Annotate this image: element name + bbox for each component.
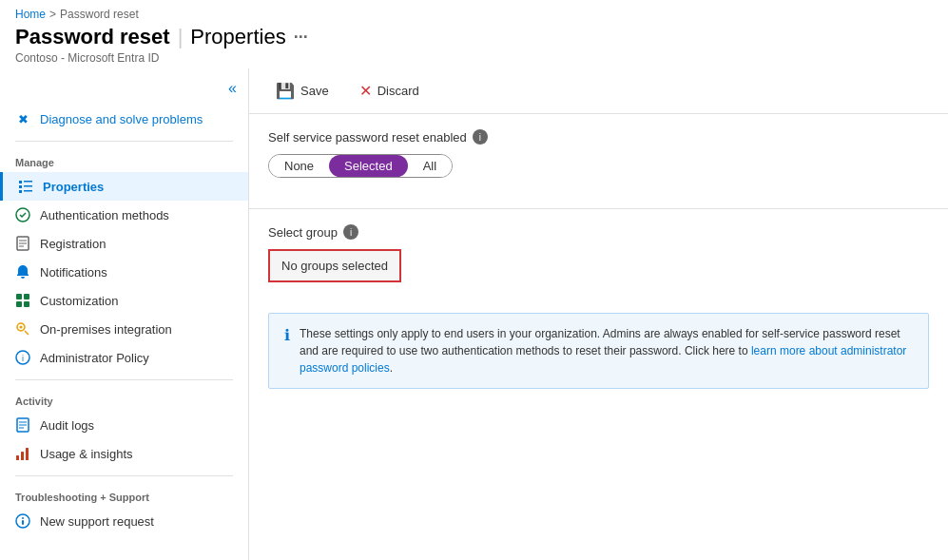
page-subtitle: Properties bbox=[190, 25, 285, 49]
diagnose-icon: ✖ bbox=[15, 111, 30, 126]
save-icon: 💾 bbox=[276, 82, 295, 100]
svg-rect-14 bbox=[24, 301, 29, 307]
sidebar-item-customization-label: Customization bbox=[40, 294, 118, 308]
more-options-button[interactable]: ··· bbox=[294, 28, 308, 48]
sidebar-item-properties-label: Properties bbox=[43, 180, 104, 194]
support-icon bbox=[15, 513, 30, 529]
sidebar-item-admin-policy[interactable]: i Administrator Policy bbox=[0, 343, 248, 372]
sidebar-item-onpremises-label: On-premises integration bbox=[40, 322, 172, 337]
svg-rect-25 bbox=[21, 452, 24, 460]
sspr-label-text: Self service password reset enabled bbox=[268, 130, 467, 145]
svg-rect-4 bbox=[19, 190, 22, 193]
sidebar-activity-section: Activity bbox=[0, 388, 248, 411]
sspr-info-icon[interactable]: i bbox=[473, 129, 488, 145]
sspr-form-section: Self service password reset enabled i No… bbox=[249, 114, 948, 208]
svg-rect-11 bbox=[16, 294, 22, 299]
sidebar-item-new-support-label: New support request bbox=[40, 514, 154, 529]
sidebar-item-audit-logs[interactable]: Audit logs bbox=[0, 411, 248, 439]
svg-rect-3 bbox=[24, 185, 32, 187]
svg-rect-0 bbox=[19, 181, 22, 183]
sidebar-support-section: Troubleshooting + Support bbox=[0, 484, 248, 507]
svg-rect-29 bbox=[22, 520, 24, 525]
sidebar-item-diagnose[interactable]: ✖ Diagnose and solve problems bbox=[0, 105, 248, 133]
breadcrumb: Home > Password reset bbox=[15, 8, 933, 21]
sidebar-item-registration[interactable]: Registration bbox=[0, 229, 248, 258]
svg-line-17 bbox=[25, 331, 29, 335]
select-group-info-icon[interactable]: i bbox=[343, 224, 358, 240]
org-subtitle: Contoso - Microsoft Entra ID bbox=[15, 51, 933, 65]
svg-rect-13 bbox=[16, 301, 22, 307]
save-label: Save bbox=[300, 84, 329, 98]
no-groups-selected-field[interactable]: No groups selected bbox=[268, 249, 401, 282]
toggle-selected[interactable]: Selected bbox=[329, 155, 408, 177]
sidebar-item-new-support[interactable]: New support request bbox=[0, 507, 248, 535]
sidebar-item-onpremises[interactable]: On-premises integration bbox=[0, 315, 248, 343]
notifications-icon bbox=[15, 264, 30, 280]
discard-icon: ✕ bbox=[359, 82, 372, 100]
registration-icon bbox=[15, 236, 30, 251]
content-area: 💾 Save ✕ Discard Self service password r… bbox=[249, 68, 948, 560]
info-banner-text: These settings only apply to end users i… bbox=[300, 325, 913, 377]
svg-text:i: i bbox=[22, 354, 24, 363]
breadcrumb-separator: > bbox=[49, 8, 56, 21]
sidebar-manage-section: Manage bbox=[0, 149, 248, 172]
sidebar-item-notifications[interactable]: Notifications bbox=[0, 258, 248, 286]
sidebar-item-admin-policy-label: Administrator Policy bbox=[40, 351, 149, 365]
sidebar-item-diagnose-label: Diagnose and solve problems bbox=[40, 112, 203, 126]
page-title-main: Password reset bbox=[15, 25, 170, 49]
sidebar-item-auth-methods-label: Authentication methods bbox=[40, 208, 169, 222]
svg-rect-2 bbox=[19, 185, 22, 188]
sidebar-item-audit-logs-label: Audit logs bbox=[40, 418, 94, 433]
info-banner-icon: ℹ bbox=[284, 326, 290, 377]
toggle-none[interactable]: None bbox=[269, 155, 329, 177]
toggle-all[interactable]: All bbox=[408, 155, 452, 177]
page-title-container: Password reset | Properties ··· bbox=[15, 25, 933, 49]
breadcrumb-home[interactable]: Home bbox=[15, 8, 46, 21]
onpremises-icon bbox=[15, 321, 30, 337]
svg-point-16 bbox=[20, 326, 23, 329]
sidebar-divider-support bbox=[15, 475, 233, 476]
breadcrumb-current: Password reset bbox=[60, 8, 139, 21]
usage-insights-icon bbox=[15, 446, 30, 461]
discard-label: Discard bbox=[377, 84, 419, 98]
form-divider bbox=[249, 208, 948, 209]
sidebar-item-auth-methods[interactable]: Authentication methods bbox=[0, 201, 248, 229]
sspr-label: Self service password reset enabled i bbox=[268, 129, 929, 145]
sidebar-item-registration-label: Registration bbox=[40, 237, 106, 251]
auth-methods-icon bbox=[15, 207, 30, 222]
properties-icon bbox=[18, 179, 33, 194]
sspr-toggle-group: None Selected All bbox=[268, 154, 453, 178]
sidebar-item-notifications-label: Notifications bbox=[40, 265, 107, 280]
info-banner: ℹ These settings only apply to end users… bbox=[268, 313, 929, 389]
svg-rect-5 bbox=[24, 190, 32, 192]
save-button[interactable]: 💾 Save bbox=[268, 78, 337, 104]
sidebar-divider-top bbox=[15, 141, 233, 142]
sidebar-item-usage-insights-label: Usage & insights bbox=[40, 447, 133, 461]
select-group-label-text: Select group bbox=[268, 225, 338, 240]
select-group-label: Select group i bbox=[268, 224, 929, 240]
sidebar-item-properties[interactable]: Properties bbox=[0, 172, 248, 201]
sidebar-divider-activity bbox=[15, 379, 233, 380]
admin-policy-icon: i bbox=[15, 350, 30, 365]
customization-icon bbox=[15, 293, 30, 308]
sidebar-item-customization[interactable]: Customization bbox=[0, 286, 248, 315]
svg-rect-24 bbox=[16, 455, 19, 460]
collapse-sidebar-button[interactable]: « bbox=[228, 80, 237, 97]
audit-logs-icon bbox=[15, 417, 30, 433]
svg-rect-12 bbox=[24, 294, 29, 299]
svg-point-28 bbox=[22, 517, 24, 519]
title-separator: | bbox=[178, 25, 184, 49]
select-group-section: Select group i No groups selected bbox=[249, 224, 948, 298]
toolbar: 💾 Save ✕ Discard bbox=[249, 68, 948, 114]
discard-button[interactable]: ✕ Discard bbox=[352, 78, 427, 104]
svg-rect-1 bbox=[24, 181, 32, 183]
svg-rect-26 bbox=[26, 448, 29, 460]
sidebar-item-usage-insights[interactable]: Usage & insights bbox=[0, 439, 248, 468]
info-text-after: . bbox=[390, 361, 393, 375]
sidebar: « ✖ Diagnose and solve problems Manage P… bbox=[0, 68, 249, 560]
